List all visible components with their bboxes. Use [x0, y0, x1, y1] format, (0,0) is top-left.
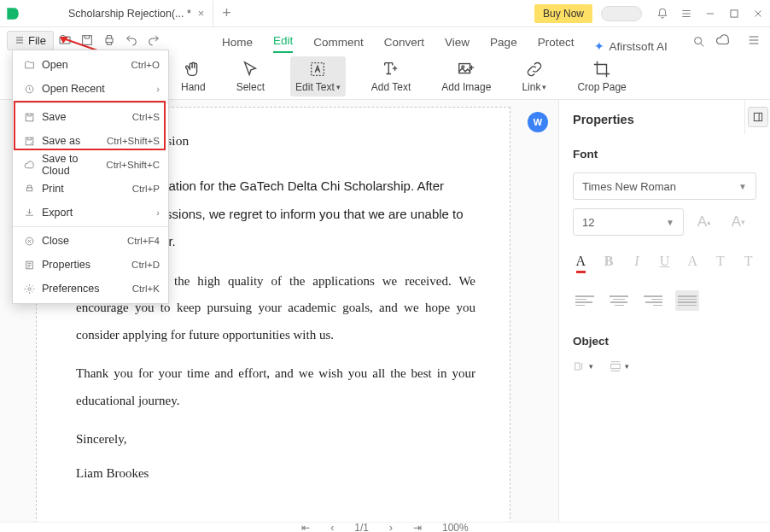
- menu-properties[interactable]: Properties Ctrl+D: [13, 253, 168, 277]
- buy-now-button[interactable]: Buy Now: [534, 4, 592, 23]
- doc-paragraph: Thank you for your time and effort, and …: [76, 360, 475, 414]
- font-color-button[interactable]: A: [573, 251, 589, 272]
- menu-preferences[interactable]: Preferences Ctrl+K: [13, 277, 168, 301]
- close-tab-icon[interactable]: ×: [198, 7, 205, 20]
- svg-rect-8: [26, 114, 33, 121]
- superscript-button[interactable]: T: [713, 251, 729, 272]
- cursor-icon: [241, 60, 260, 79]
- menu-close[interactable]: Close Ctrl+F4: [13, 229, 168, 253]
- last-page-icon[interactable]: ⇥: [413, 522, 422, 533]
- tab-page[interactable]: Page: [490, 36, 517, 53]
- cloud-icon[interactable]: [712, 29, 734, 51]
- window-minimize-icon[interactable]: [698, 2, 722, 26]
- user-avatar[interactable]: [601, 6, 642, 21]
- menu-print[interactable]: Print Ctrl+P: [13, 177, 168, 201]
- tool-add-text[interactable]: Add Text: [366, 56, 416, 96]
- tool-link-label: Link: [522, 81, 540, 93]
- menu-save-cloud[interactable]: Save to Cloud Ctrl+Shift+C: [13, 153, 168, 177]
- tool-add-image[interactable]: Add Image: [436, 56, 496, 96]
- properties-title: Properties: [573, 113, 634, 126]
- bold-button[interactable]: B: [601, 251, 617, 272]
- status-bar: ⇤ ‹ 1/1 › ⇥ 100%: [0, 522, 770, 532]
- tool-crop-page-label: Crop Page: [577, 81, 626, 93]
- menu-icon[interactable]: [674, 2, 698, 26]
- tool-select[interactable]: Select: [231, 56, 270, 96]
- hand-icon: [184, 60, 202, 79]
- object-align-button[interactable]: ▾: [573, 360, 593, 373]
- prev-page-icon[interactable]: ‹: [330, 522, 334, 533]
- doc-signoff: Sincerely,: [76, 426, 475, 453]
- document-tab[interactable]: Scholarship Rejection(... * ×: [60, 1, 213, 26]
- align-left-button[interactable]: [573, 290, 597, 311]
- tool-hand[interactable]: Hand: [176, 56, 211, 96]
- first-page-icon[interactable]: ⇤: [301, 522, 310, 533]
- add-text-icon: [382, 60, 400, 79]
- tab-edit[interactable]: Edit: [273, 34, 293, 53]
- subscript-button[interactable]: T: [740, 251, 756, 272]
- object-distribute-button[interactable]: ▾: [609, 360, 629, 373]
- menu-properties-shortcut: Ctrl+D: [131, 260, 160, 270]
- next-page-icon[interactable]: ›: [389, 522, 393, 533]
- open-icon: [21, 60, 37, 71]
- tool-select-label: Select: [236, 81, 265, 93]
- svg-rect-5: [459, 63, 470, 73]
- chevron-down-icon: ▼: [666, 218, 674, 227]
- menu-close-shortcut: Ctrl+F4: [127, 236, 160, 246]
- font-size-select[interactable]: 12 ▼: [573, 208, 684, 236]
- close-icon: [21, 236, 37, 247]
- tab-home[interactable]: Home: [222, 36, 253, 53]
- increase-font-icon[interactable]: A▴: [691, 208, 718, 236]
- menu-open[interactable]: Open Ctrl+O: [13, 53, 168, 77]
- edit-text-icon: [308, 60, 327, 79]
- window-close-icon[interactable]: [746, 2, 770, 26]
- save-icon[interactable]: [76, 29, 98, 51]
- notifications-icon[interactable]: [650, 2, 674, 26]
- file-menu-button[interactable]: File: [7, 31, 54, 50]
- tool-edit-text-label: Edit Text: [295, 81, 335, 93]
- zoom-indicator: 100%: [442, 522, 469, 533]
- align-center-button[interactable]: [607, 290, 631, 311]
- decrease-font-icon[interactable]: A▾: [725, 208, 752, 236]
- search-icon[interactable]: [688, 31, 710, 53]
- new-tab-button[interactable]: +: [213, 4, 239, 22]
- menu-save[interactable]: Save Ctrl+S: [13, 105, 168, 129]
- object-section-label: Object: [573, 335, 756, 348]
- menu-export[interactable]: Export ›: [13, 201, 168, 225]
- redo-icon[interactable]: [143, 29, 165, 51]
- menu-open-recent[interactable]: Open Recent ›: [13, 77, 168, 101]
- properties-panel: Properties × Font Times New Roman ▼ 12 ▼…: [558, 100, 770, 522]
- italic-button[interactable]: I: [628, 251, 645, 272]
- menu-open-shortcut: Ctrl+O: [131, 60, 160, 70]
- tab-protect[interactable]: Protect: [538, 36, 575, 53]
- align-right-button[interactable]: [641, 290, 665, 311]
- properties-icon: [21, 260, 37, 271]
- tool-link[interactable]: Link▾: [516, 56, 551, 96]
- align-justify-button[interactable]: [675, 290, 699, 311]
- tool-crop-page[interactable]: Crop Page: [572, 56, 631, 96]
- tab-title: Scholarship Rejection(... *: [68, 8, 191, 20]
- text-style-a-button[interactable]: A: [685, 251, 701, 272]
- window-maximize-icon[interactable]: [722, 2, 746, 26]
- more-menu-icon[interactable]: [743, 29, 765, 51]
- font-family-select[interactable]: Times New Roman ▼: [573, 172, 756, 200]
- tab-view[interactable]: View: [445, 36, 470, 53]
- print-icon: [21, 184, 37, 195]
- underline-button[interactable]: U: [656, 251, 673, 272]
- panel-toggle-button[interactable]: [748, 107, 768, 127]
- doc-signature: Liam Brookes: [76, 460, 475, 488]
- open-file-icon[interactable]: [54, 29, 76, 51]
- chevron-right-icon: ›: [156, 208, 160, 218]
- menu-save-as-shortcut: Ctrl+Shift+S: [107, 136, 160, 146]
- menu-save-as[interactable]: Save as Ctrl+Shift+S: [13, 129, 168, 153]
- undo-icon[interactable]: [120, 29, 143, 51]
- tab-convert[interactable]: Convert: [384, 36, 424, 53]
- menu-open-label: Open: [42, 59, 131, 71]
- tool-edit-text[interactable]: Edit Text▾: [290, 56, 346, 96]
- svg-rect-0: [731, 9, 738, 16]
- save-icon: [21, 112, 37, 123]
- ai-button[interactable]: ✦ Afirstsoft AI: [594, 39, 667, 53]
- tab-comment[interactable]: Comment: [313, 36, 364, 53]
- translate-badge[interactable]: W: [528, 112, 548, 132]
- print-icon[interactable]: [98, 29, 120, 51]
- menu-preferences-shortcut: Ctrl+K: [132, 284, 160, 294]
